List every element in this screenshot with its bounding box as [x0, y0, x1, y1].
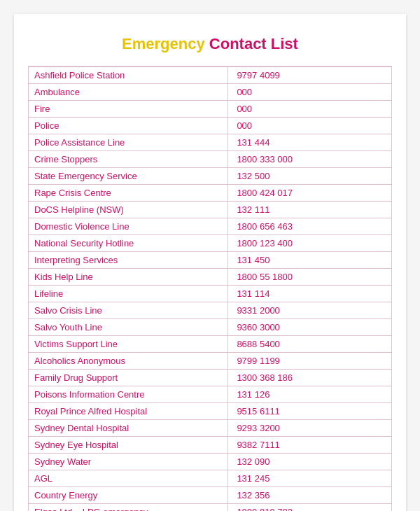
table-row: Royal Prince Alfred Hospital9515 6111: [29, 403, 391, 420]
contact-name: Elgas Ltd – LPG emergency: [29, 504, 228, 512]
table-row: Family Drug Support1300 368 186: [29, 370, 391, 386]
contact-name: Country Energy: [29, 487, 228, 504]
table-row: Rape Crisis Centre1800 424 017: [29, 185, 391, 202]
contact-name: Crime Stoppers: [29, 151, 228, 168]
contact-number: 000: [228, 101, 391, 118]
table-row: Police000: [29, 118, 391, 134]
page-title: Emergency Contact List: [28, 35, 392, 53]
contact-name: Sydney Dental Hospital: [29, 420, 228, 437]
title-contact-list: Contact List: [209, 35, 298, 52]
table-row: Interpreting Services131 450: [29, 252, 391, 269]
contact-number: 000: [228, 84, 391, 101]
table-row: Sydney Eye Hospital9382 7111: [29, 437, 391, 454]
contact-number: 1300 368 186: [228, 370, 391, 386]
table-row: Poisons Information Centre131 126: [29, 386, 391, 403]
contact-number: 9293 3200: [228, 420, 391, 437]
contact-number: 131 114: [228, 286, 391, 302]
table-row: State Emergency Service132 500: [29, 168, 391, 185]
contact-name: Salvo Crisis Line: [29, 302, 228, 319]
contact-name: AGL: [29, 470, 228, 487]
table-row: Sydney Water132 090: [29, 454, 391, 470]
contact-name: Ashfield Police Station: [29, 67, 228, 84]
contact-name: Police Assistance Line: [29, 134, 228, 151]
contact-number: 9382 7111: [228, 437, 391, 454]
table-row: Police Assistance Line131 444: [29, 134, 391, 151]
table-row: Kids Help Line1800 55 1800: [29, 269, 391, 286]
contact-name: Domestic Violence Line: [29, 218, 228, 235]
contact-table-wrapper: Ashfield Police Station9797 4099Ambulanc…: [28, 66, 392, 511]
table-row: Country Energy132 356: [29, 487, 391, 504]
contact-number: 132 090: [228, 454, 391, 470]
contact-number: 9360 3000: [228, 319, 391, 336]
contact-number: 000: [228, 118, 391, 134]
contact-table: Ashfield Police Station9797 4099Ambulanc…: [29, 66, 391, 511]
table-row: Lifeline131 114: [29, 286, 391, 302]
contact-number: 1800 123 400: [228, 235, 391, 252]
table-row: Victims Support Line8688 5400: [29, 336, 391, 353]
contact-number: 9799 1199: [228, 353, 391, 370]
table-row: Ambulance000: [29, 84, 391, 101]
contact-number: 131 245: [228, 470, 391, 487]
contact-name: Rape Crisis Centre: [29, 185, 228, 202]
contact-name: Poisons Information Centre: [29, 386, 228, 403]
contact-number: 1800 424 017: [228, 185, 391, 202]
table-row: Fire000: [29, 101, 391, 118]
contact-name: Lifeline: [29, 286, 228, 302]
title-emergency: Emergency: [122, 35, 205, 52]
contact-number: 131 126: [228, 386, 391, 403]
contact-number: 1800 55 1800: [228, 269, 391, 286]
page-container: Emergency Contact List Ashfield Police S…: [14, 14, 406, 511]
table-row: Elgas Ltd – LPG emergency1800 819 783: [29, 504, 391, 512]
contact-name: National Security Hotline: [29, 235, 228, 252]
table-row: Alcoholics Anonymous9799 1199: [29, 353, 391, 370]
contact-name: Interpreting Services: [29, 252, 228, 269]
contact-number: 131 450: [228, 252, 391, 269]
contact-number: 1800 333 000: [228, 151, 391, 168]
contact-name: DoCS Helpline (NSW): [29, 202, 228, 218]
contact-name: Alcoholics Anonymous: [29, 353, 228, 370]
contact-number: 1800 819 783: [228, 504, 391, 512]
contact-name: State Emergency Service: [29, 168, 228, 185]
contact-name: Family Drug Support: [29, 370, 228, 386]
contact-name: Police: [29, 118, 228, 134]
contact-number: 132 111: [228, 202, 391, 218]
table-row: AGL131 245: [29, 470, 391, 487]
contact-number: 9797 4099: [228, 67, 391, 84]
contact-number: 9331 2000: [228, 302, 391, 319]
contact-name: Kids Help Line: [29, 269, 228, 286]
table-row: Salvo Crisis Line9331 2000: [29, 302, 391, 319]
contact-name: Fire: [29, 101, 228, 118]
contact-name: Ambulance: [29, 84, 228, 101]
contact-number: 8688 5400: [228, 336, 391, 353]
contact-name: Sydney Eye Hospital: [29, 437, 228, 454]
table-row: Ashfield Police Station9797 4099: [29, 67, 391, 84]
table-row: Sydney Dental Hospital9293 3200: [29, 420, 391, 437]
table-row: Domestic Violence Line1800 656 463: [29, 218, 391, 235]
table-row: National Security Hotline1800 123 400: [29, 235, 391, 252]
table-row: Crime Stoppers1800 333 000: [29, 151, 391, 168]
contact-name: Sydney Water: [29, 454, 228, 470]
contact-name: Salvo Youth Line: [29, 319, 228, 336]
table-row: Salvo Youth Line9360 3000: [29, 319, 391, 336]
contact-name: Royal Prince Alfred Hospital: [29, 403, 228, 420]
table-row: DoCS Helpline (NSW)132 111: [29, 202, 391, 218]
contact-number: 1800 656 463: [228, 218, 391, 235]
contact-number: 132 500: [228, 168, 391, 185]
contact-name: Victims Support Line: [29, 336, 228, 353]
contact-number: 9515 6111: [228, 403, 391, 420]
contact-number: 131 444: [228, 134, 391, 151]
contact-number: 132 356: [228, 487, 391, 504]
